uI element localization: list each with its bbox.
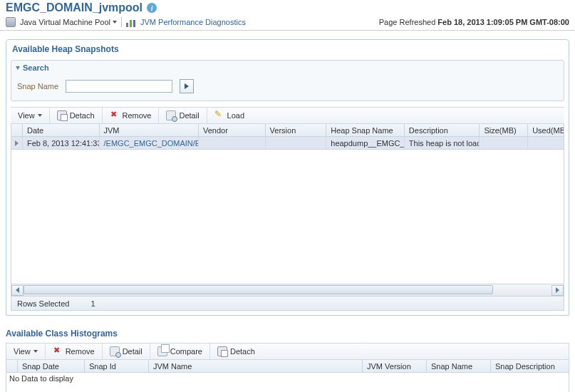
remove-icon: [110, 110, 120, 120]
hist-col-jvm-version[interactable]: JVM Version: [363, 360, 427, 372]
page-refreshed-time: Feb 18, 2013 1:09:05 PM GMT-08:00: [437, 18, 569, 26]
page-refreshed-prefix: Page Refreshed: [379, 18, 436, 26]
hist-remove-button[interactable]: Remove: [46, 344, 103, 359]
row-expand-header: [11, 124, 23, 136]
hist-expand-header: [6, 360, 18, 372]
search-heading: Search: [23, 63, 49, 72]
view-menu[interactable]: View: [11, 108, 50, 123]
search-go-button[interactable]: [180, 79, 194, 93]
detach-label: Detach: [70, 111, 95, 120]
hist-empty-message: No Data to display: [6, 373, 569, 392]
jvm-pool-menu-label: Java Virtual Machine Pool: [20, 18, 110, 26]
scroll-track[interactable]: [24, 285, 551, 296]
snapshots-panel-title: Available Heap Snapshots: [6, 40, 569, 58]
detach-button[interactable]: Detach: [50, 108, 103, 123]
detach-icon: [217, 346, 227, 356]
page-refreshed: Page Refreshed Feb 18, 2013 1:09:05 PM G…: [379, 18, 569, 26]
remove-label: Remove: [123, 111, 152, 120]
chevron-down-icon: [38, 114, 42, 117]
rows-selected-label: Rows Selected: [17, 299, 69, 308]
cell-used: [528, 137, 564, 149]
server-icon: [6, 17, 16, 27]
load-button[interactable]: Load: [207, 108, 252, 123]
scroll-left-button[interactable]: [11, 285, 24, 296]
detach-icon: [57, 110, 67, 120]
detail-label: Detail: [179, 111, 199, 120]
hist-compare-button[interactable]: Compare: [150, 344, 210, 359]
histograms-panel-title: Available Class Histograms: [6, 324, 569, 343]
hist-detach-button[interactable]: Detach: [210, 344, 262, 359]
col-heap-snap-name[interactable]: Heap Snap Name: [326, 124, 405, 136]
remove-button[interactable]: Remove: [103, 108, 160, 123]
remove-icon: [53, 346, 63, 356]
rows-selected-count: 1: [90, 299, 95, 308]
hist-col-snap-id[interactable]: Snap Id: [85, 360, 149, 372]
arrow-right-icon: [556, 287, 559, 293]
grid-empty-area: [11, 150, 564, 284]
table-row[interactable]: Feb 8, 2013 12:41:33 AM /EMGC_EMGC_DOMAI…: [11, 137, 564, 150]
view-label: View: [18, 111, 35, 120]
hist-col-jvm-name[interactable]: JVM Name: [149, 360, 363, 372]
col-date[interactable]: Date: [23, 124, 100, 136]
scroll-right-button[interactable]: [551, 285, 564, 296]
col-jvm[interactable]: JVM: [100, 124, 199, 136]
chevron-down-icon: [113, 21, 117, 24]
arrow-left-icon: [16, 287, 19, 293]
cell-jvm-link[interactable]: /EMGC_EMGC_DOMAIN/EMG: [100, 137, 199, 149]
page-title: EMGC_DOMAIN_jvmpool: [6, 1, 143, 14]
horizontal-scrollbar[interactable]: [11, 284, 564, 296]
row-expand-toggle[interactable]: [11, 137, 23, 149]
chevron-down-icon: [33, 350, 38, 353]
separator: [121, 17, 122, 27]
snapname-input[interactable]: [66, 80, 172, 93]
cell-version: [266, 137, 327, 149]
collapse-icon: [16, 66, 20, 70]
detail-button[interactable]: Detail: [159, 108, 207, 123]
hist-view-label: View: [14, 347, 31, 356]
load-label: Load: [227, 111, 244, 120]
hist-view-menu[interactable]: View: [6, 344, 46, 359]
snapname-label: Snap Name: [17, 82, 58, 91]
compare-icon: [157, 346, 167, 356]
arrow-right-icon: [185, 83, 189, 89]
col-size[interactable]: Size(MB): [480, 124, 528, 136]
hist-detach-label: Detach: [230, 347, 255, 356]
col-vendor[interactable]: Vendor: [199, 124, 266, 136]
cell-description: This heap is not loaded: [405, 137, 480, 149]
col-version[interactable]: Version: [266, 124, 327, 136]
hist-col-snap-name[interactable]: Snap Name: [427, 360, 491, 372]
load-icon: [214, 110, 224, 120]
jvm-diagnostics-link[interactable]: JVM Performance Diagnostics: [140, 18, 246, 26]
cell-vendor: [199, 137, 266, 149]
cell-date: Feb 8, 2013 12:41:33 AM: [23, 137, 100, 149]
hist-detail-button[interactable]: Detail: [103, 344, 150, 359]
hist-remove-label: Remove: [66, 347, 95, 356]
search-toggle[interactable]: Search: [11, 61, 564, 75]
hist-col-snap-date[interactable]: Snap Date: [18, 360, 85, 372]
cell-size: [480, 137, 528, 149]
hist-detail-label: Detail: [123, 347, 143, 356]
detail-icon: [110, 346, 120, 356]
col-description[interactable]: Description: [405, 124, 480, 136]
col-used[interactable]: Used(MB): [528, 124, 564, 136]
chart-icon: [126, 17, 136, 27]
hist-col-snap-description[interactable]: Snap Description: [491, 360, 569, 372]
cell-heap-snap-name: heapdump__EMGC_EMG: [326, 137, 405, 149]
scroll-thumb[interactable]: [24, 285, 493, 294]
info-icon[interactable]: i: [147, 3, 157, 13]
hist-compare-label: Compare: [170, 347, 202, 356]
jvm-pool-menu[interactable]: Java Virtual Machine Pool: [20, 18, 117, 26]
chevron-right-icon: [15, 140, 19, 146]
detail-icon: [166, 110, 176, 120]
